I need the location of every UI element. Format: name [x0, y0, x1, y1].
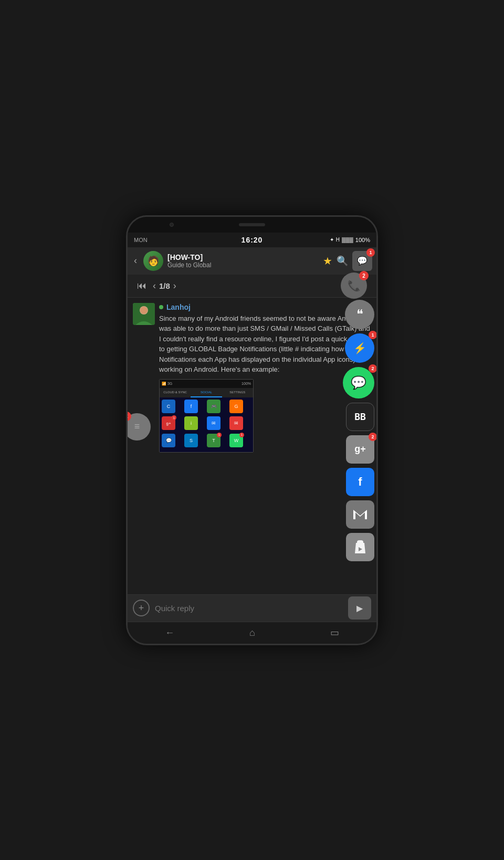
add-attachment-button[interactable]: +: [133, 600, 150, 616]
post-item: Lanhoj #1 08/ Since many of my Android f…: [128, 298, 376, 458]
post-text: Since many of my Android friends seemed …: [159, 313, 371, 375]
phone-badge: 2: [359, 271, 369, 280]
pagination-bar: ⏮ ‹ 1/8 › 📞 2: [128, 275, 376, 298]
gplus-mini-badge: 1: [172, 415, 176, 420]
search-icon[interactable]: 🔍: [337, 255, 348, 267]
back-icon: ‹: [134, 255, 137, 266]
header-actions: ★ 🔍 💬 1: [323, 251, 372, 271]
quick-reply-input[interactable]: [155, 604, 343, 613]
left-notif-badge: 2: [128, 412, 131, 421]
page-indicator: 1/8: [159, 281, 170, 290]
whatsapp-icon: 💬: [351, 375, 366, 390]
svg-point-2: [140, 307, 148, 314]
phone-notification-bubble[interactable]: 📞 2: [341, 272, 367, 299]
thread-subtitle: Guide to Global: [167, 261, 319, 269]
chat-bubble-icon: 💬: [357, 256, 368, 266]
whatsapp-mini-badge: 1: [239, 433, 244, 437]
gplus-icon: g+: [354, 444, 366, 455]
quick-reply-bar: + ▶: [128, 594, 376, 622]
app-icon-syncsms: S: [184, 434, 198, 447]
signal-bars: ▓▓▓: [342, 237, 353, 243]
app-icon-gplus: g+ 1: [162, 416, 175, 430]
notification-badge: 1: [366, 248, 375, 257]
post-header: Lanhoj #1 08/: [159, 303, 371, 311]
signal-icon: H: [336, 237, 340, 243]
system-home-button[interactable]: ⌂: [241, 624, 264, 642]
first-page-button[interactable]: ⏮: [134, 278, 150, 293]
post-scroll-area[interactable]: Lanhoj #1 08/ Since many of my Android f…: [128, 298, 376, 594]
app-icon-facebook: f: [184, 400, 198, 413]
bbm-notification-bubble[interactable]: BB: [346, 403, 374, 431]
thread-title: [HOW-TO]: [167, 253, 319, 261]
prev-page-button[interactable]: ‹: [150, 278, 159, 293]
post-body-container: Lanhoj #1 08/ Since many of my Android f…: [159, 303, 371, 453]
avatar-svg: [133, 303, 155, 325]
front-camera: [170, 223, 174, 227]
battery-indicator: 100%: [355, 237, 370, 243]
status-time: 16:20: [242, 236, 263, 244]
post-user-avatar: [133, 303, 155, 325]
phone-icon: 📞: [348, 279, 361, 292]
next-page-button[interactable]: ›: [170, 278, 180, 293]
phone-screen: MON 16:20 ✦ H ▓▓▓ 100% ‹ 🧑 [HOW-TO] Guid…: [128, 233, 376, 644]
messenger-icon: ⚡: [353, 342, 366, 354]
facebook-icon: f: [358, 475, 362, 489]
app-icon-mightytext: 💬: [162, 434, 175, 447]
app-icon-textplus: T 1: [207, 434, 220, 447]
app-icon-game: 🎮: [207, 400, 220, 413]
notification-sidebar: ❝ ⚡ 1 💬 2 BB g+ 2: [343, 298, 376, 563]
app-icon-messenger2: ✉: [229, 416, 243, 430]
messenger-notification-bubble[interactable]: ⚡ 1: [345, 333, 374, 363]
settings-tab: SETTINGS: [222, 388, 253, 397]
left-notification-area: ≡ 2: [128, 413, 151, 441]
gplus-notification-bubble[interactable]: g+ 2: [346, 435, 374, 464]
phone-frame: MON 16:20 ✦ H ▓▓▓ 100% ‹ 🧑 [HOW-TO] Guid…: [126, 215, 378, 645]
play-store-icon: [353, 540, 368, 554]
post-screenshot-image: 📶 3G 100% CLOUD & SYNC SOCIAL SETTINGS C…: [159, 379, 254, 453]
app-icon-color: C: [162, 400, 175, 413]
social-tab: SOCIAL: [191, 388, 222, 397]
gmail-notification-bubble[interactable]: [346, 500, 374, 529]
volume-button-2[interactable]: [376, 296, 378, 317]
screenshot-tabs: CLOUD & SYNC SOCIAL SETTINGS: [160, 388, 253, 397]
notifications-button[interactable]: 💬 1: [352, 251, 372, 271]
facebook-notification-bubble[interactable]: f: [346, 468, 374, 496]
plus-icon: +: [139, 603, 144, 614]
app-icon-messenger1: ✉: [207, 416, 220, 430]
phone-top-bar: [128, 217, 376, 233]
whatsapp-notification-bubble[interactable]: 💬 2: [343, 367, 374, 398]
navigation-bar: ← ⌂ ▭: [128, 622, 376, 644]
thread-avatar: 🧑: [143, 251, 163, 271]
speaker-grill: [239, 223, 265, 226]
status-icons: ✦ H ▓▓▓ 100%: [330, 237, 370, 243]
screenshot-app-grid: C f 🎮 G g+ 1 i ✉ ✉ 💬: [160, 397, 253, 452]
cloud-sync-tab: CLOUD & SYNC: [160, 388, 191, 397]
bluetooth-icon: ✦: [330, 237, 334, 243]
main-content: ❝ ⚡ 1 💬 2 BB g+ 2: [128, 298, 376, 594]
app-icon-imgur: i: [184, 416, 198, 430]
messenger-badge: 1: [369, 331, 376, 339]
volume-button[interactable]: [376, 269, 378, 290]
app-icon-getglue: G: [229, 400, 243, 413]
left-notif-icon: ≡: [134, 421, 140, 432]
whatsapp-badge: 2: [369, 364, 376, 373]
thread-title-container: [HOW-TO] Guide to Global: [167, 253, 319, 269]
quote-icon: ❝: [356, 307, 363, 322]
status-day: MON: [134, 237, 148, 243]
app-icon-whatsapp: W 1: [229, 434, 243, 447]
online-status-dot: [159, 305, 163, 309]
quote-notification-bubble[interactable]: ❝: [345, 300, 374, 329]
playstore-notification-bubble[interactable]: [346, 533, 374, 561]
left-notif-bubble[interactable]: ≡ 2: [128, 413, 151, 441]
avatar-image: 🧑: [143, 251, 163, 271]
send-icon: ▶: [356, 603, 363, 613]
system-recents-button[interactable]: ▭: [322, 624, 348, 642]
textplus-mini-badge: 1: [217, 433, 222, 437]
system-back-button[interactable]: ←: [156, 624, 183, 642]
gmail-icon: [352, 509, 368, 520]
send-button[interactable]: ▶: [348, 596, 371, 620]
post-username: Lanhoj: [166, 303, 191, 311]
back-button[interactable]: ‹: [132, 253, 139, 268]
bbm-icon: BB: [354, 411, 366, 422]
favorite-icon[interactable]: ★: [323, 255, 332, 267]
